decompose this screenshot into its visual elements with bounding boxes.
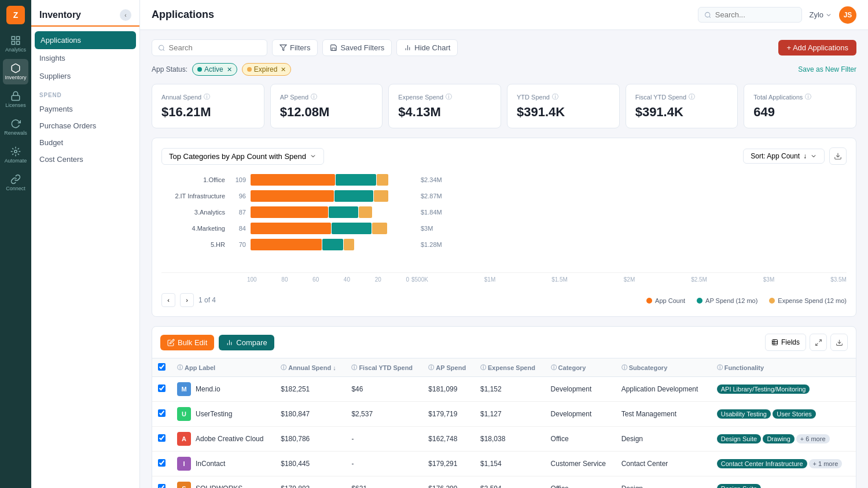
table-section: Bulk Edit Compare Fields	[152, 326, 856, 488]
row-app-name[interactable]: I InContact	[171, 452, 275, 476]
col-header-fiscal-ytd-spend[interactable]: ⓘ Fiscal YTD Spend	[345, 358, 422, 377]
sort-button[interactable]: Sort: App Count ↓	[743, 149, 825, 164]
nav-licenses[interactable]: Licenses	[3, 87, 28, 112]
nav-inventory[interactable]: Inventory	[3, 59, 28, 84]
row-app-name[interactable]: S SOLIDWORKS	[171, 476, 275, 489]
fields-icon	[771, 339, 778, 346]
active-remove-icon[interactable]: ✕	[227, 66, 232, 73]
download-chart-button[interactable]	[829, 147, 847, 165]
sidebar-item-applications[interactable]: Applications	[35, 31, 136, 49]
save-as-new-filter-link[interactable]: Save as New Filter	[798, 65, 856, 73]
kpi-card-fiscal-ytd-spend: Fiscal YTD Spend ⓘ $391.4K	[626, 84, 738, 128]
tags-more[interactable]: + 6 more	[796, 434, 830, 443]
row-checkbox[interactable]	[158, 434, 165, 442]
app-search[interactable]	[152, 39, 267, 56]
fields-button[interactable]: Fields	[765, 334, 806, 351]
col-header-category[interactable]: ⓘ Category	[545, 358, 616, 377]
filters-button[interactable]: Filters	[272, 39, 318, 56]
row-checkbox[interactable]	[158, 385, 165, 392]
info-icon: ⓘ	[689, 93, 695, 101]
bar-spend-value: $2.34M	[421, 176, 442, 183]
sidebar-item-suppliers[interactable]: Suppliers	[31, 67, 139, 85]
chart-bars: 1.Office 109 $2.34M 2.IT Infrastructure …	[161, 174, 847, 272]
sidebar-item-purchase-orders[interactable]: Purchase Orders	[31, 117, 139, 134]
app-name-label: SOLIDWORKS	[196, 485, 242, 488]
saved-filters-label: Saved Filters	[340, 43, 384, 52]
status-active-badge[interactable]: Active ✕	[192, 63, 237, 76]
add-applications-button[interactable]: + Add Applications	[778, 40, 856, 56]
row-app-name[interactable]: U UserTesting	[171, 402, 275, 427]
expired-remove-icon[interactable]: ✕	[281, 66, 286, 73]
row-checkbox[interactable]	[158, 484, 165, 488]
bar-category-label: 3.Analytics	[161, 209, 225, 216]
edit-icon	[167, 339, 175, 346]
col-header-functionality[interactable]: ⓘ Functionality	[711, 358, 856, 377]
functionality-tag[interactable]: Drawing	[763, 434, 794, 443]
nav-automate[interactable]: Automate	[3, 142, 28, 168]
nav-renewals[interactable]: Renewals	[3, 114, 28, 140]
global-search[interactable]	[698, 7, 802, 23]
chart-next-button[interactable]: ›	[180, 293, 194, 307]
tags-more[interactable]: + 1 more	[809, 459, 843, 468]
functionality-tag[interactable]: User Stories	[773, 409, 816, 419]
bar-spend-value: $3M	[421, 225, 433, 232]
resize-button[interactable]	[810, 334, 827, 351]
chart-prev-button[interactable]: ‹	[161, 293, 175, 307]
functionality-tag[interactable]: Usability Testing	[717, 409, 771, 419]
global-search-input[interactable]	[715, 10, 796, 19]
row-app-name[interactable]: M Mend.io	[171, 377, 275, 402]
legend-item-ap-spend: AP Spend (12 mo)	[697, 297, 757, 304]
saved-filters-button[interactable]: Saved Filters	[322, 39, 392, 56]
row-ap-spend: $179,291	[422, 452, 475, 476]
row-app-name[interactable]: A Adobe Creative Cloud	[171, 427, 275, 452]
col-header-expense-spend[interactable]: ⓘ Expense Spend	[475, 358, 545, 377]
bulk-edit-button[interactable]: Bulk Edit	[160, 335, 214, 350]
functionality-tag[interactable]: Contact Center Infrastructure	[717, 459, 807, 468]
bar-spend-value: $1.28M	[421, 241, 442, 248]
sidebar-spend-section: SPEND	[31, 85, 139, 101]
bar-expense-spend	[372, 223, 387, 234]
filters-label: Filters	[290, 43, 310, 52]
row-expense-spend: $3,594	[475, 476, 545, 489]
fields-label: Fields	[781, 338, 800, 346]
legend-item-expense-spend: Expense Spend (12 mo)	[769, 297, 847, 304]
nav-analytics[interactable]: Analytics	[3, 31, 28, 57]
functionality-tag[interactable]: Design Suite	[717, 484, 761, 488]
compare-button[interactable]: Compare	[219, 335, 274, 350]
table-row: S SOLIDWORKS $179,893$621$176,299$3,594O…	[152, 476, 856, 489]
sidebar-item-budget[interactable]: Budget	[31, 134, 139, 151]
hide-chart-button[interactable]: Hide Chart	[396, 39, 458, 56]
nav-connect[interactable]: Connect	[3, 170, 28, 195]
user-menu[interactable]: Zylo	[809, 10, 832, 19]
col-header-subcategory[interactable]: ⓘ Subcategory	[616, 358, 711, 377]
app-search-input[interactable]	[169, 43, 261, 52]
pagination-label: 1 of 4	[198, 296, 216, 304]
row-subcategory: Design	[616, 476, 711, 489]
row-subcategory: Design	[616, 427, 711, 452]
sidebar-collapse-button[interactable]: ‹	[120, 9, 131, 21]
row-checkbox[interactable]	[158, 459, 165, 467]
col-header-annual-spend[interactable]: ⓘ Annual Spend ↓	[275, 358, 345, 377]
status-expired-badge[interactable]: Expired ✕	[242, 63, 292, 76]
bar-count: 70	[230, 241, 246, 248]
sidebar-item-insights[interactable]: Insights	[31, 49, 139, 67]
row-ap-spend: $179,719	[422, 402, 475, 427]
bar-ap-spend	[336, 174, 376, 186]
left-navigation: Z Analytics Inventory Licenses Renewals …	[0, 0, 31, 488]
kpi-value: $16.21M	[161, 105, 255, 120]
sidebar-item-payments[interactable]: Payments	[31, 101, 139, 117]
row-checkbox-cell	[152, 427, 171, 452]
download-table-button[interactable]	[830, 334, 848, 351]
functionality-tag[interactable]: API Library/Testing/Monitoring	[717, 385, 810, 394]
functionality-tag[interactable]: Design Suite	[717, 434, 761, 443]
axis-80: 80	[281, 276, 288, 283]
sidebar-item-cost-centers[interactable]: Cost Centers	[31, 151, 139, 168]
col-header-app-label[interactable]: ⓘ App Label	[171, 358, 275, 377]
chart-category-dropdown[interactable]: Top Categories by App Count with Spend	[161, 148, 324, 165]
nav-automate-label: Automate	[5, 158, 27, 164]
row-category: Development	[545, 377, 616, 402]
row-checkbox[interactable]	[158, 409, 165, 417]
row-expense-spend: $1,152	[475, 377, 545, 402]
select-all-checkbox[interactable]	[158, 363, 165, 371]
col-header-ap-spend[interactable]: ⓘ AP Spend	[422, 358, 475, 377]
